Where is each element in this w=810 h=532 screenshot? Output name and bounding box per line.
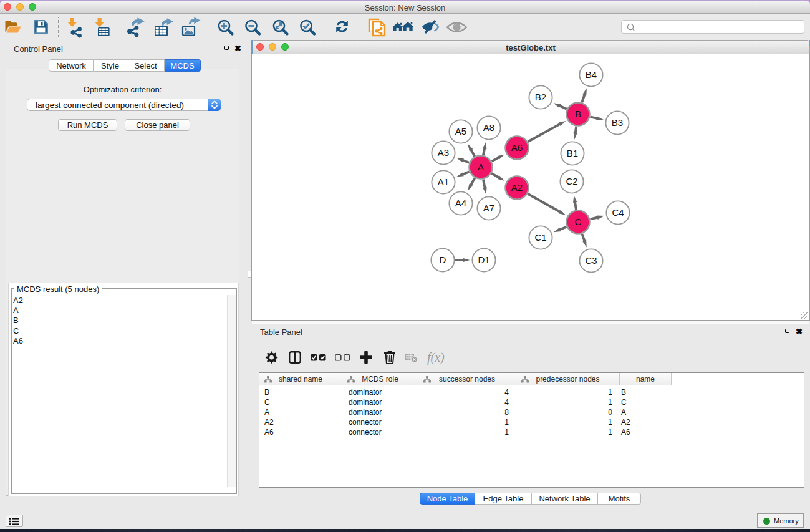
svg-text:A5: A5 [455, 126, 466, 137]
svg-text:f(x): f(x) [427, 351, 445, 365]
svg-text:A6: A6 [511, 142, 523, 153]
svg-text:B3: B3 [612, 117, 623, 128]
svg-text:D1: D1 [478, 254, 489, 265]
svg-text:C: C [575, 216, 582, 227]
svg-text:B2: B2 [535, 92, 546, 102]
svg-text:A7: A7 [483, 203, 494, 213]
svg-text:A2: A2 [511, 182, 523, 193]
svg-text:A3: A3 [438, 147, 449, 158]
svg-text:A4: A4 [455, 198, 466, 208]
svg-text:B: B [575, 109, 581, 119]
svg-text:C2: C2 [566, 176, 577, 186]
svg-text:C4: C4 [612, 207, 624, 218]
svg-text:D: D [440, 254, 446, 265]
svg-text:A8: A8 [483, 122, 494, 133]
svg-text:B1: B1 [567, 148, 578, 158]
svg-text:C1: C1 [534, 232, 546, 243]
svg-text:B4: B4 [586, 69, 597, 80]
svg-text:A: A [478, 162, 484, 172]
svg-text:A1: A1 [438, 177, 449, 187]
svg-text:C3: C3 [585, 255, 597, 266]
